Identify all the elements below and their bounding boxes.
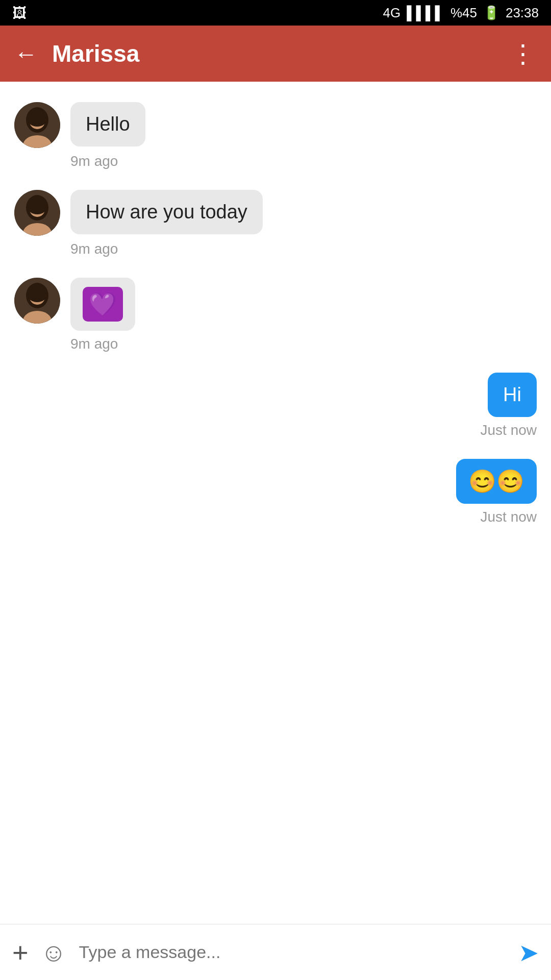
app-bar: ← Marissa ⋮ — [0, 26, 551, 82]
incoming-row-2: How are you today — [14, 190, 263, 236]
status-bar: 🖼 4G ▌▌▌▌ %45 🔋 23:38 — [0, 0, 551, 26]
message-group-5: 😊😊 Just now — [14, 459, 537, 525]
avatar-2 — [14, 190, 60, 236]
message-group-2: How are you today 9m ago — [14, 190, 537, 257]
svg-point-11 — [27, 198, 47, 214]
bubble-msg4: Hi — [488, 373, 537, 417]
clock: 23:38 — [506, 5, 539, 21]
message-group-3: 💜 9m ago — [14, 278, 537, 352]
svg-point-17 — [27, 286, 47, 302]
timestamp-msg3: 9m ago — [70, 336, 118, 352]
photo-icon: 🖼 — [12, 5, 27, 21]
avatar-3 — [14, 278, 60, 324]
message-input[interactable] — [79, 942, 506, 962]
bubble-msg3: 💜 — [70, 278, 135, 331]
timestamp-msg2: 9m ago — [70, 241, 118, 257]
bottom-bar: + ☺ ➤ — [0, 924, 551, 980]
bubble-msg1: Hello — [70, 102, 145, 146]
add-attachment-button[interactable]: + — [12, 937, 29, 968]
contact-name: Marissa — [52, 40, 496, 67]
bubble-msg5: 😊😊 — [456, 459, 537, 504]
incoming-row-1: Hello — [14, 102, 145, 148]
signal-bars: ▌▌▌▌ — [407, 5, 444, 21]
more-options-button[interactable]: ⋮ — [510, 39, 537, 68]
send-button[interactable]: ➤ — [518, 938, 539, 967]
network-indicator: 4G — [383, 5, 401, 21]
avatar-1 — [14, 102, 60, 148]
messages-area: Hello 9m ago How are you today 9m ago — [0, 82, 551, 924]
svg-point-5 — [27, 110, 47, 127]
timestamp-msg1: 9m ago — [70, 153, 118, 169]
battery-indicator: %45 — [450, 5, 477, 21]
timestamp-msg5: Just now — [481, 509, 537, 525]
incoming-row-3: 💜 — [14, 278, 135, 331]
emoji-picker-button[interactable]: ☺ — [41, 938, 67, 967]
bubble-msg2: How are you today — [70, 190, 263, 234]
message-group-1: Hello 9m ago — [14, 102, 537, 169]
timestamp-msg4: Just now — [481, 422, 537, 438]
back-button[interactable]: ← — [14, 40, 38, 67]
battery-icon: 🔋 — [483, 5, 499, 21]
message-group-4: Hi Just now — [14, 373, 537, 438]
